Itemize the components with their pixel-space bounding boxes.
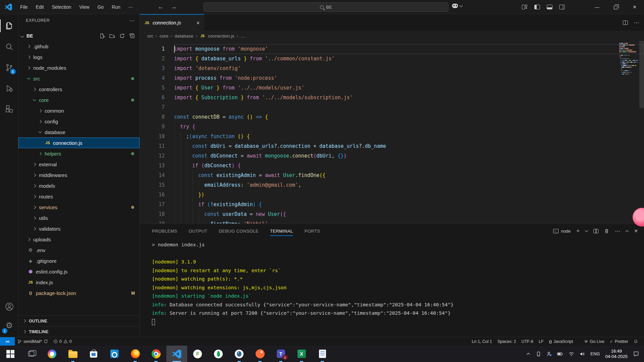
toggle-secondary-sidebar-icon[interactable]	[559, 5, 565, 9]
terminal-output[interactable]: > nodemon index.js[nodemon] 3.1.9[nodemo…	[140, 238, 644, 337]
toggle-sidebar-icon[interactable]	[534, 5, 540, 9]
activitybar-explorer[interactable]	[0, 15, 18, 36]
back-arrow-icon[interactable]: ←	[156, 4, 166, 10]
status-cursor-position[interactable]: Ln 1, Col 1	[469, 337, 495, 346]
menu-more[interactable]: ⋯	[124, 0, 137, 14]
explorer-more-icon[interactable]: ⋯	[129, 17, 135, 24]
activitybar-source-control[interactable]: 8	[0, 57, 18, 78]
breadcrumb-item[interactable]: …	[240, 34, 245, 39]
editor-scrollbar[interactable]	[639, 41, 644, 108]
terminal-shell-item[interactable]: >_ node	[553, 229, 571, 234]
close-panel-icon[interactable]: ✕	[634, 228, 638, 234]
new-file-icon[interactable]	[99, 33, 105, 39]
breadcrumb-item[interactable]: core	[160, 34, 168, 39]
taskbar-postman-icon[interactable]	[250, 346, 270, 362]
problems-status[interactable]: 00	[51, 337, 74, 346]
tray-chevron-up-icon[interactable]	[526, 352, 531, 356]
taskbar-taskview-icon[interactable]	[21, 346, 42, 362]
tree-item-middlewares[interactable]: middlewares	[18, 170, 140, 180]
copilot-menu-button[interactable]	[452, 4, 462, 8]
taskbar-chrome-icon[interactable]	[146, 346, 166, 362]
minimap[interactable]	[619, 43, 639, 75]
taskbar-copilot-icon[interactable]	[42, 346, 62, 362]
editor-more-icon[interactable]: ⋯	[634, 19, 639, 26]
menu-run[interactable]: Run	[108, 0, 124, 14]
git-branch-status[interactable]: sendMail*	[15, 337, 51, 346]
breadcrumb-item[interactable]: src	[147, 34, 153, 39]
tab-connection-js[interactable]: JS connection.js ✕	[140, 14, 204, 31]
wifi-icon[interactable]	[569, 352, 574, 356]
tab-close-icon[interactable]: ✕	[196, 20, 200, 25]
forward-arrow-icon[interactable]: →	[169, 4, 179, 10]
terminal-dropdown-icon[interactable]	[585, 229, 588, 232]
command-center-search[interactable]: BE	[204, 2, 448, 12]
tree-item-index-js[interactable]: JSindex.js	[18, 277, 140, 288]
notification-center-icon[interactable]	[633, 351, 639, 357]
tree-item-common[interactable]: common	[18, 105, 140, 116]
panel-tab-terminal[interactable]: TERMINAL	[270, 224, 293, 238]
tree-item-validators[interactable]: validators	[18, 223, 140, 234]
taskbar-teams-icon[interactable]: T1	[270, 346, 291, 362]
split-editor-icon[interactable]	[623, 20, 628, 25]
person-status-icon[interactable]	[546, 351, 552, 357]
menu-edit[interactable]: Edit	[32, 0, 48, 14]
outline-section-header[interactable]: OUTLINE	[18, 315, 140, 326]
tree-item-database[interactable]: database	[18, 127, 140, 137]
battery-icon[interactable]	[557, 352, 563, 356]
restore-button[interactable]	[606, 0, 625, 14]
menu-selection[interactable]: Selection	[48, 0, 75, 14]
status-go-live[interactable]: Go Live	[581, 337, 607, 346]
phone-icon[interactable]	[536, 351, 541, 357]
taskbar-excel-icon[interactable]: X	[291, 346, 312, 362]
status-indentation[interactable]: Spaces: 2	[495, 337, 519, 346]
menu-file[interactable]: File	[16, 0, 32, 14]
timeline-section-header[interactable]: TIMELINE	[18, 326, 140, 337]
tree-item-logs[interactable]: logs	[18, 52, 140, 62]
toggle-panel-icon[interactable]	[547, 5, 552, 9]
collapse-all-icon[interactable]	[129, 33, 135, 39]
status-encoding[interactable]: UTF-8	[519, 337, 536, 346]
activitybar-extensions[interactable]	[0, 99, 18, 119]
activitybar-run-debug[interactable]	[0, 78, 18, 99]
status-prettier[interactable]: ✓Prettier	[607, 337, 631, 346]
minimize-button[interactable]: —	[588, 0, 606, 14]
customize-layout-icon[interactable]	[522, 5, 528, 9]
tree-item-external[interactable]: external	[18, 159, 140, 170]
maximize-panel-icon[interactable]	[626, 230, 629, 233]
activitybar-settings[interactable]: ⚙ 1	[0, 316, 18, 335]
volume-icon[interactable]	[580, 352, 585, 356]
code-editor[interactable]: 1import mongoose from 'mongoose'2import …	[140, 41, 644, 224]
clock[interactable]: 16:49 04-04-2025	[605, 349, 628, 359]
panel-tab-output[interactable]: OUTPUT	[189, 224, 207, 238]
tree-item-routes[interactable]: routes	[18, 191, 140, 202]
taskbar-start-icon[interactable]	[0, 346, 21, 362]
remote-indicator[interactable]: ><	[0, 337, 15, 346]
tree-item--github[interactable]: .github	[18, 41, 140, 52]
taskbar-store-icon[interactable]	[83, 346, 104, 362]
taskbar-vscode-icon[interactable]	[166, 346, 187, 362]
breadcrumb-item[interactable]: database	[175, 34, 194, 39]
tree-item-package-lock-json[interactable]: {}package-lock.jsonM	[18, 288, 140, 298]
activitybar-accounts[interactable]	[0, 297, 18, 316]
taskbar-explorer-icon[interactable]	[62, 346, 83, 362]
split-terminal-icon[interactable]	[593, 229, 598, 233]
menu-view[interactable]: View	[75, 0, 93, 14]
keyboard-language[interactable]: ENG	[590, 351, 600, 356]
tree-item-core[interactable]: core	[18, 95, 140, 105]
new-terminal-icon[interactable]: +	[576, 228, 580, 234]
tree-item-node-modules[interactable]: node_modules	[18, 62, 140, 73]
taskbar-firefox-icon[interactable]	[125, 346, 146, 362]
new-folder-icon[interactable]	[109, 33, 115, 39]
tree-item-controllers[interactable]: controllers	[18, 84, 140, 95]
status-copilot[interactable]	[576, 337, 581, 346]
activitybar-search[interactable]	[0, 36, 18, 57]
refresh-icon[interactable]	[119, 33, 125, 39]
taskbar-notepad-icon[interactable]	[312, 346, 333, 362]
tree-item--env[interactable]: ⚙.env	[18, 245, 140, 255]
tree-item-connection-js[interactable]: JSconnection.js	[18, 137, 140, 148]
panel-more-icon[interactable]: ⋯	[615, 228, 620, 234]
explorer-root-folder[interactable]: BE	[18, 31, 140, 41]
taskbar-slack-icon[interactable]: #	[187, 346, 208, 362]
tree-item-uploads[interactable]: uploads	[18, 234, 140, 245]
panel-tab-debug-console[interactable]: DEBUG CONSOLE	[219, 224, 259, 238]
